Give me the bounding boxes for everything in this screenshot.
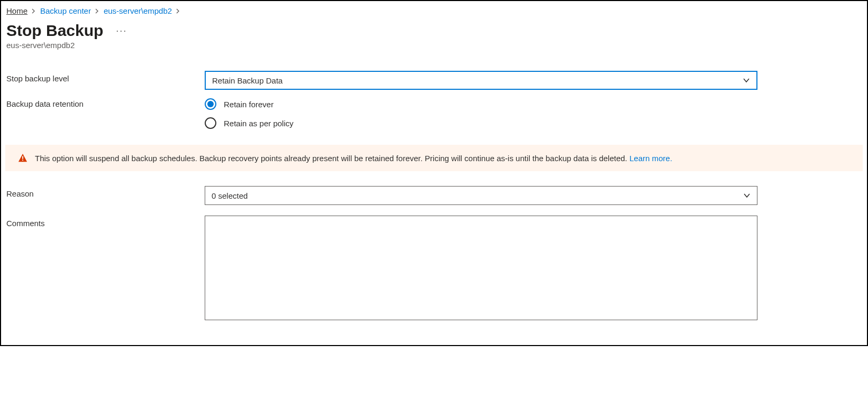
title-row: Stop Backup ··· [6,22,862,40]
retention-radio-group: Retain forever Retain as per policy [205,96,757,129]
retention-radio-policy[interactable]: Retain as per policy [205,117,757,129]
warning-icon [18,153,28,163]
svg-rect-0 [22,156,23,159]
chevron-down-icon [743,77,750,84]
learn-more-link[interactable]: Learn more. [629,154,672,163]
radio-label: Retain as per policy [224,119,294,128]
radio-icon [205,98,216,110]
reason-select[interactable]: 0 selected [205,186,757,205]
chevron-down-icon [743,192,751,199]
banner-text: This option will suspend all backup sche… [35,154,629,163]
stop-level-row: Stop backup level Retain Backup Data [6,71,862,90]
stop-level-label: Stop backup level [6,71,205,83]
retention-radio-forever[interactable]: Retain forever [205,98,757,110]
radio-label: Retain forever [224,100,273,109]
reason-label: Reason [6,186,205,198]
retention-row: Backup data retention Retain forever Ret… [6,96,862,129]
chevron-right-icon [95,6,99,15]
breadcrumb-home[interactable]: Home [6,6,28,15]
radio-icon [205,117,216,129]
retention-label: Backup data retention [6,96,205,108]
chevron-right-icon [176,6,180,15]
breadcrumb: Home Backup center eus-server\empdb2 [6,6,862,15]
breadcrumb-resource[interactable]: eus-server\empdb2 [104,6,172,15]
page-subtitle: eus-server\empdb2 [6,41,862,50]
more-actions-button[interactable]: ··· [116,25,127,36]
reason-value: 0 selected [212,191,248,200]
reason-row: Reason 0 selected [6,186,862,205]
chevron-right-icon [32,6,36,15]
comments-row: Comments [6,216,862,322]
comments-input[interactable] [205,216,757,320]
warning-banner: This option will suspend all backup sche… [5,145,863,171]
banner-text-wrap: This option will suspend all backup sche… [35,154,672,163]
page-title: Stop Backup [6,22,103,40]
stop-level-select[interactable]: Retain Backup Data [205,71,757,90]
stop-level-value: Retain Backup Data [212,76,282,85]
breadcrumb-backup-center[interactable]: Backup center [40,6,91,15]
comments-label: Comments [6,216,205,228]
svg-rect-1 [22,160,23,161]
